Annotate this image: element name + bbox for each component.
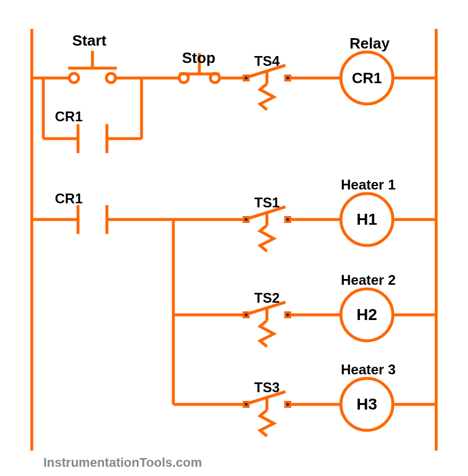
- relay-header: Relay: [350, 35, 389, 53]
- watermark: InstrumentationTools.com: [43, 455, 202, 470]
- svg-point-25: [245, 218, 248, 221]
- ts1-label: TS1: [254, 195, 280, 211]
- cr1-coil-text: CR1: [352, 69, 382, 87]
- ts3-label: TS3: [254, 380, 280, 396]
- ts2-switch: [243, 302, 291, 347]
- h3-coil-text: H3: [356, 395, 377, 414]
- start-left-terminal: [69, 73, 79, 83]
- ts2-label: TS2: [254, 290, 280, 306]
- ts4-label: TS4: [254, 53, 280, 69]
- h1-coil-text: H1: [356, 210, 377, 229]
- stop-label: Stop: [182, 49, 216, 67]
- svg-point-9: [245, 77, 248, 80]
- cr1-main-label: CR1: [55, 191, 83, 207]
- svg-point-26: [287, 218, 289, 221]
- h2-coil-text: H2: [356, 306, 377, 324]
- diagram-svg: [0, 0, 468, 476]
- ts1-switch: [243, 207, 291, 251]
- ts4-switch: [243, 65, 291, 110]
- svg-point-10: [287, 77, 289, 80]
- heater1-header: Heater 1: [341, 177, 396, 193]
- svg-point-36: [287, 314, 289, 317]
- heater3-header: Heater 3: [341, 362, 396, 378]
- start-label: Start: [72, 32, 106, 50]
- ts3-switch: [243, 392, 291, 436]
- ladder-diagram: Start Stop TS4 Relay CR1 CR1 CR1 TS1 Hea…: [0, 0, 468, 476]
- cr1-seal-label: CR1: [55, 109, 83, 125]
- svg-point-35: [245, 314, 248, 317]
- start-right-terminal: [106, 73, 116, 83]
- heater2-header: Heater 2: [341, 272, 396, 288]
- svg-point-44: [245, 403, 248, 406]
- svg-point-45: [287, 403, 289, 406]
